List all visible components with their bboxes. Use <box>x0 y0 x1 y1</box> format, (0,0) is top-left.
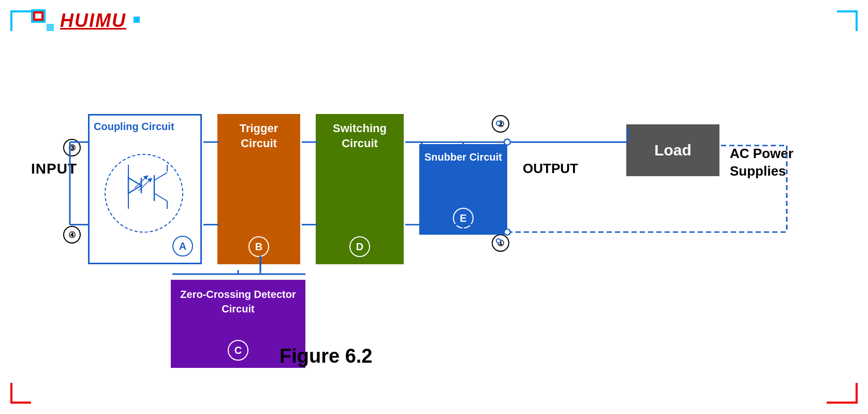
label-a: A <box>172 236 193 256</box>
svg-line-10 <box>154 173 167 180</box>
logo-icon <box>31 9 56 32</box>
node-1: ① <box>492 234 509 252</box>
diagram-area: INPUT ③ ④ ② ① Coupling Circuit <box>31 47 837 383</box>
zc-detector-title: Zero-Crossing Detector Circuit <box>176 287 300 316</box>
svg-marker-5 <box>128 178 141 193</box>
block-load: Load <box>626 124 719 176</box>
svg-line-11 <box>154 193 167 201</box>
block-switching: Switching Circuit D <box>316 114 404 264</box>
figure-caption: Figure 6.2 <box>279 345 373 367</box>
input-label: INPUT <box>31 161 77 177</box>
label-b: B <box>248 236 269 257</box>
svg-rect-2 <box>35 13 41 19</box>
output-label: OUTPUT <box>523 161 578 177</box>
block-coupling: Coupling Circuit <box>88 114 202 264</box>
ac-power-label: AC Power Supplies <box>730 145 837 180</box>
node-4: ④ <box>63 226 81 244</box>
label-d: D <box>349 236 370 257</box>
corner-bracket-tr <box>837 10 858 31</box>
coupling-title: Coupling Circuit <box>94 120 174 133</box>
label-e: E <box>453 208 474 229</box>
load-title: Load <box>654 141 692 159</box>
logo-text: HUIMU <box>60 10 126 32</box>
block-snubber: Snubber Circuit E <box>419 144 507 235</box>
optocoupler-symbol <box>97 141 190 245</box>
svg-point-4 <box>105 154 183 232</box>
svg-rect-3 <box>47 24 54 31</box>
logo-area: HUIMU <box>31 9 140 32</box>
dot-2 <box>496 121 501 126</box>
corner-bracket-bl <box>10 383 31 404</box>
dot-1 <box>496 238 501 244</box>
corner-bracket-tl <box>10 10 31 31</box>
switching-title: Switching Circuit <box>321 121 399 151</box>
corner-bracket-br <box>827 383 858 404</box>
logo-dot <box>134 17 140 23</box>
trigger-title: Trigger Circuit <box>223 121 295 151</box>
node-3: ③ <box>63 139 81 156</box>
block-trigger: Trigger Circuit B <box>217 114 300 264</box>
label-c: C <box>228 340 248 361</box>
snubber-title: Snubber Circuit <box>424 150 502 164</box>
